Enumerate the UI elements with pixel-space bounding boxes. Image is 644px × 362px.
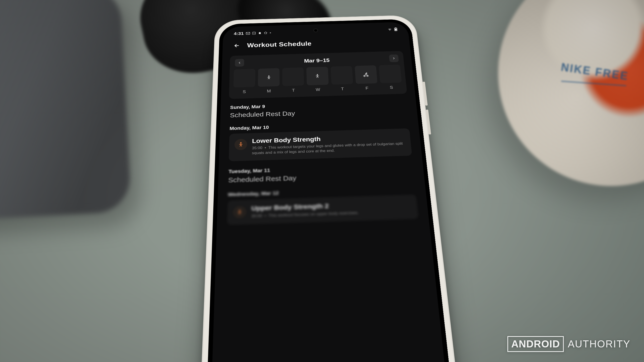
day-tile	[258, 68, 279, 86]
mail-icon	[246, 32, 250, 35]
day-label: S	[390, 85, 393, 89]
day-cell-sat[interactable]: S	[379, 65, 403, 90]
workout-card[interactable]: Upper Body Strength 2 30:00 • This worko…	[227, 194, 419, 225]
svg-point-9	[366, 73, 367, 73]
day-section-sun: Sunday, Mar 9 Scheduled Rest Day	[230, 100, 408, 119]
watermark-word1: ANDROID	[507, 336, 564, 352]
strength-icon	[266, 75, 272, 80]
day-cell-thu[interactable]: T	[331, 66, 353, 92]
day-label: T	[341, 86, 344, 91]
svg-point-10	[240, 142, 242, 143]
watermark-word2: AUTHORITY	[568, 338, 630, 350]
svg-rect-3	[395, 28, 397, 30]
home-outline-icon	[264, 31, 267, 34]
back-button[interactable]	[232, 41, 242, 50]
arrow-left-icon	[233, 43, 240, 48]
day-section-tue: Tuesday, Mar 11 Scheduled Rest Day	[228, 163, 414, 184]
strength-icon	[314, 73, 321, 78]
svg-rect-4	[395, 27, 396, 28]
wifi-icon	[387, 28, 392, 31]
strength-icon	[237, 141, 244, 148]
svg-rect-0	[246, 32, 250, 34]
day-section-wed: Wednesday, Mar 12 Upper Body Strength 2 …	[227, 186, 419, 225]
week-prev-button[interactable]	[235, 59, 244, 67]
week-next-button[interactable]	[389, 54, 399, 62]
strength-icon	[236, 209, 243, 215]
phone-camera-hole	[313, 28, 318, 32]
prop-handle	[0, 0, 132, 221]
watermark: ANDROID AUTHORITY	[507, 336, 630, 352]
workout-description: This workout focuses on upper body exerc…	[268, 210, 359, 218]
week-selector-card: Mar 9–15 S	[229, 51, 407, 99]
workout-card[interactable]: Lower Body Strength 35:00 • This workout…	[229, 128, 412, 161]
workout-duration: 30:00	[251, 213, 262, 218]
day-tile	[331, 66, 353, 84]
workout-duration: 35:00	[252, 146, 262, 150]
day-cell-tue[interactable]: T	[282, 67, 304, 93]
day-tile	[306, 67, 329, 85]
day-tile	[233, 69, 255, 87]
day-cell-mon[interactable]: M	[258, 68, 280, 94]
phone-case: 4:31	[199, 15, 462, 362]
svg-point-5	[268, 75, 269, 76]
workout-type-icon	[234, 139, 247, 150]
day-section-mon: Monday, Mar 10 Lower Body Strength 35:00	[229, 120, 412, 161]
week-range-label: Mar 9–15	[304, 57, 330, 64]
day-label: F	[365, 86, 369, 90]
day-cell-fri[interactable]: F	[355, 65, 378, 91]
battery-icon	[394, 27, 397, 31]
svg-point-11	[239, 209, 240, 211]
phone-side-button	[423, 81, 428, 105]
play-icon	[252, 32, 256, 35]
prop-ball	[498, 0, 644, 186]
day-label: S	[243, 89, 246, 94]
day-cell-wed[interactable]: W	[306, 67, 329, 92]
day-label: M	[267, 89, 271, 94]
chevron-right-icon	[392, 57, 396, 60]
day-tile	[379, 65, 402, 83]
status-time: 4:31	[234, 31, 244, 36]
day-label: T	[292, 88, 295, 93]
schedule-list[interactable]: Sunday, Mar 9 Scheduled Rest Day Monday,…	[217, 93, 429, 225]
day-label: W	[316, 87, 320, 92]
phone-side-button	[426, 109, 431, 134]
day-tile	[282, 67, 304, 86]
page-title: Workout Schedule	[247, 40, 312, 49]
svg-point-6	[317, 74, 318, 75]
day-cell-sun[interactable]: S	[233, 69, 255, 94]
status-overflow-dot: •	[270, 31, 271, 34]
cycling-icon	[363, 72, 369, 77]
chevron-left-icon	[238, 61, 242, 64]
home-icon	[258, 31, 262, 34]
workout-type-icon	[233, 206, 247, 218]
day-tile	[355, 65, 378, 84]
